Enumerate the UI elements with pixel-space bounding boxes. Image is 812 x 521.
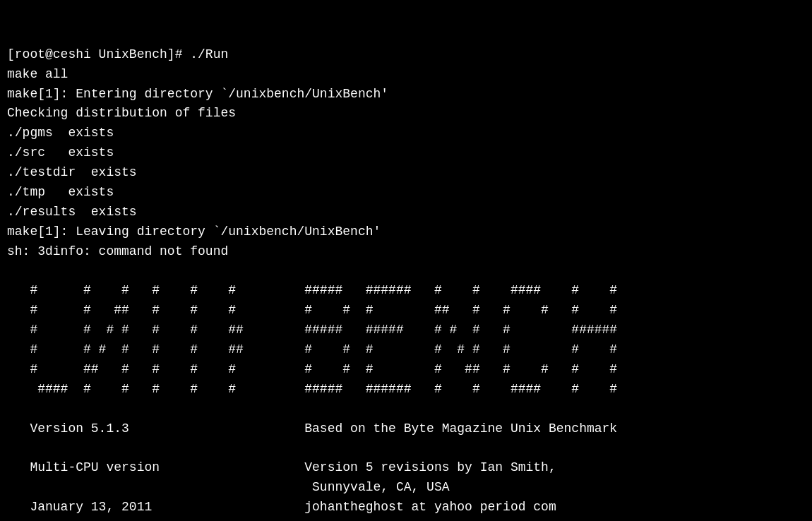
terminal-output: [root@ceshi UnixBench]# ./Run make all m… [7, 45, 805, 517]
terminal-window: [root@ceshi UnixBench]# ./Run make all m… [0, 0, 812, 521]
